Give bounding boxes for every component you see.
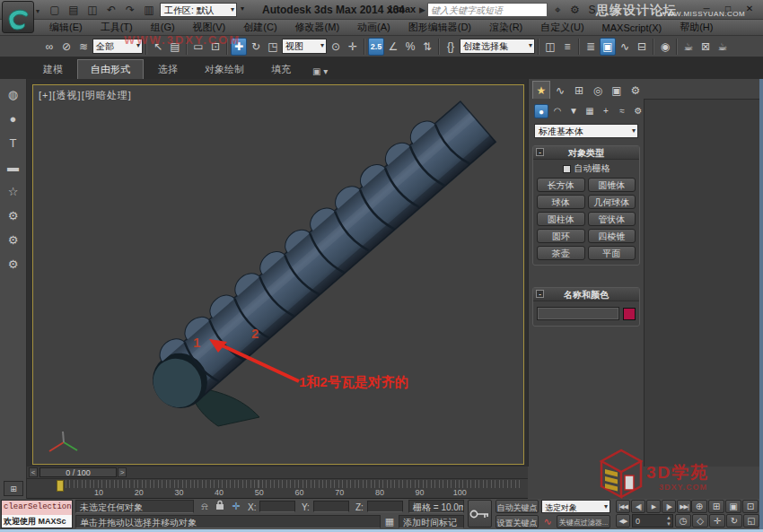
- angle-snap-icon[interactable]: ∠: [385, 38, 401, 56]
- default-tangent-curve-icon[interactable]: ∿: [541, 515, 554, 528]
- category-shapes[interactable]: ◠: [550, 104, 565, 118]
- perspective-viewport[interactable]: [+][透视][明暗处理] 1 2 1和2号瓦是对齐的: [32, 84, 524, 465]
- frame-spinner[interactable]: ▲▼: [666, 515, 671, 528]
- select-by-name-icon[interactable]: ▤: [167, 38, 183, 56]
- key-selection-dropdown[interactable]: 选定对象 ▾: [541, 500, 610, 513]
- button-torus[interactable]: 圆环: [537, 229, 585, 243]
- bind-to-space-warp-icon[interactable]: ≋: [75, 38, 92, 56]
- wrench-icon[interactable]: ⚙: [567, 3, 583, 18]
- ribbon-tab-modeling[interactable]: 建模: [31, 60, 75, 79]
- render-production-icon[interactable]: ☕: [715, 38, 731, 56]
- z-coordinate-field[interactable]: [367, 501, 403, 512]
- object-type-rollout-header[interactable]: - 对象类型: [533, 146, 639, 160]
- gear-rewind-icon[interactable]: ⚙: [4, 207, 23, 225]
- menu-tools[interactable]: 工具(T): [92, 19, 141, 36]
- maxscript-mini-listener[interactable]: clearSelection 欢迎使用 MAXSc: [1, 500, 73, 528]
- category-geometry[interactable]: ●: [534, 104, 548, 118]
- ribbon-tab-object-paint[interactable]: 对象绘制: [192, 60, 257, 79]
- autogrid-checkbox[interactable]: [563, 165, 571, 173]
- button-pyramid[interactable]: 四棱锥: [588, 229, 636, 243]
- menu-help[interactable]: 帮助(H): [671, 19, 721, 36]
- viewport-label[interactable]: [+][透视][明暗处理]: [39, 89, 132, 102]
- ribbon-collapse-icon[interactable]: ▣ ▾: [305, 64, 335, 79]
- spinner-snap-icon[interactable]: ⇅: [419, 38, 435, 56]
- name-color-rollout-header[interactable]: - 名称和颜色: [533, 288, 639, 301]
- search-binoculars-icon[interactable]: ⌖: [550, 3, 566, 18]
- 3ds-max-logo[interactable]: [2, 1, 34, 33]
- menu-edit[interactable]: 编辑(E): [41, 19, 91, 36]
- key-mode-toggle-icon[interactable]: ◀▶: [616, 514, 630, 528]
- next-frame-arrow[interactable]: >: [118, 467, 127, 477]
- subcategory-dropdown[interactable]: 标准基本体 ▾: [534, 124, 638, 138]
- window-crossing-icon[interactable]: ⊡: [207, 38, 224, 56]
- collapse-icon[interactable]: -: [536, 290, 544, 298]
- select-and-rotate-icon[interactable]: ↻: [248, 38, 264, 56]
- button-tube[interactable]: 管状体: [588, 212, 636, 226]
- tab-display[interactable]: ▣: [608, 81, 626, 99]
- percent-snap-icon[interactable]: %: [402, 38, 418, 56]
- menu-graph-editors[interactable]: 图形编辑器(D): [400, 19, 479, 36]
- tab-create[interactable]: ★: [532, 81, 550, 99]
- logo-dropdown-arrow-icon[interactable]: ▾: [36, 7, 39, 15]
- tab-modify[interactable]: ∿: [551, 81, 569, 99]
- menu-create[interactable]: 创建(C): [235, 19, 285, 36]
- named-selection-dropdown[interactable]: 创建选择集▾: [460, 39, 535, 54]
- workspace-flyout-icon[interactable]: ▾: [241, 4, 244, 13]
- object-color-swatch[interactable]: [623, 308, 636, 320]
- redo-icon[interactable]: ↷: [122, 2, 138, 18]
- go-to-start-icon[interactable]: |◀◀: [616, 500, 630, 513]
- menu-modifiers[interactable]: 修改器(M): [287, 19, 348, 36]
- tab-motion[interactable]: ◎: [589, 81, 607, 99]
- auto-key-button[interactable]: 自动关键点: [496, 500, 539, 513]
- select-and-move-icon[interactable]: ✚: [231, 38, 247, 56]
- time-slider[interactable]: 0 / 100: [39, 467, 117, 477]
- material-sphere-icon[interactable]: ●: [4, 110, 23, 128]
- save-file-icon[interactable]: ◫: [84, 2, 101, 18]
- zoom-all-icon[interactable]: ⊞: [708, 500, 724, 513]
- snaps-toggle-icon[interactable]: 2.5: [368, 38, 384, 56]
- pan-view-icon[interactable]: ✛: [709, 514, 725, 528]
- button-teapot[interactable]: 茶壶: [537, 246, 585, 260]
- zoom-icon[interactable]: ⊕: [691, 500, 707, 513]
- align-icon[interactable]: ≡: [559, 38, 575, 56]
- asset-browser-icon[interactable]: ◍: [4, 86, 23, 104]
- ribbon-tab-selection[interactable]: 选择: [145, 60, 190, 79]
- use-pivot-center-icon[interactable]: ⊙: [328, 38, 344, 56]
- project-folder-icon[interactable]: ▥: [141, 2, 157, 18]
- button-cone[interactable]: 圆锥体: [588, 178, 636, 192]
- rectangular-selection-icon[interactable]: ▭: [190, 38, 206, 56]
- object-name-input[interactable]: [537, 307, 619, 320]
- selection-filter-dropdown[interactable]: 全部▾: [92, 39, 143, 54]
- menu-maxscript[interactable]: MAXScript(X): [594, 21, 671, 35]
- grid-toggle-icon[interactable]: ▦: [383, 515, 396, 528]
- maximize-viewport-icon[interactable]: ◱: [743, 514, 759, 528]
- gear-forward-icon[interactable]: ⚙: [4, 256, 23, 274]
- button-plane[interactable]: 平面: [588, 246, 636, 260]
- play-icon[interactable]: ▶: [646, 500, 661, 513]
- ribbon-tab-freeform[interactable]: 自由形式: [77, 59, 144, 79]
- ribbon-tab-populate[interactable]: 填充: [259, 60, 303, 79]
- menu-customize[interactable]: 自定义(U): [532, 19, 592, 36]
- layer-explorer-icon[interactable]: ▣: [600, 38, 616, 56]
- mini-curve-editor-icon[interactable]: ⊞: [4, 481, 23, 496]
- menu-group[interactable]: 组(G): [143, 19, 183, 36]
- menu-views[interactable]: 视图(V): [185, 19, 234, 36]
- isolate-selection-icon[interactable]: ⍾: [198, 500, 211, 513]
- previous-frame-icon[interactable]: ◀||: [631, 500, 645, 513]
- category-systems[interactable]: ⚙: [631, 104, 645, 118]
- key-filters-button[interactable]: 关键点过滤器...: [557, 515, 610, 528]
- paint-roller-icon[interactable]: ▬: [4, 159, 23, 177]
- new-file-icon[interactable]: ▢: [47, 2, 63, 18]
- set-keys-button[interactable]: [468, 500, 492, 528]
- manage-layers-icon[interactable]: ≣: [583, 38, 599, 56]
- search-collapse-icon[interactable]: ▶: [419, 5, 425, 14]
- rendered-frame-window-icon[interactable]: ⊠: [697, 38, 714, 56]
- zoom-extents-icon[interactable]: ▣: [725, 500, 741, 513]
- add-time-tag[interactable]: 添加时间标记: [399, 515, 464, 528]
- workspace-dropdown[interactable]: 工作区: 默认 ▾: [160, 3, 237, 17]
- category-helpers[interactable]: +: [599, 104, 613, 118]
- zoom-region-icon[interactable]: ◇: [692, 514, 708, 528]
- button-box[interactable]: 长方体: [537, 178, 585, 192]
- button-sphere[interactable]: 球体: [537, 195, 585, 209]
- button-cylinder[interactable]: 圆柱体: [537, 212, 585, 226]
